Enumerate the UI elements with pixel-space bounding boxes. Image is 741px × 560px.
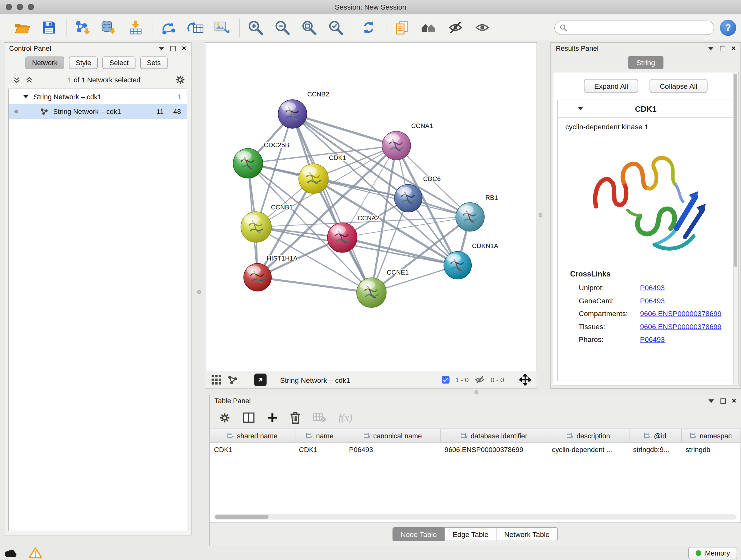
table-cell[interactable]: stringdb xyxy=(682,446,740,453)
results-scrollbar[interactable] xyxy=(733,73,738,385)
tab-edge-table[interactable]: Edge Table xyxy=(445,527,496,542)
float-panel-icon[interactable] xyxy=(708,399,714,402)
network-node-CDKN1A[interactable]: CDKN1A xyxy=(444,242,498,279)
network-collection-row[interactable]: String Network – cdk1 1 xyxy=(9,89,187,104)
crosslink-link[interactable]: P06493 xyxy=(640,284,665,292)
save-session-button[interactable] xyxy=(38,17,59,38)
network-node-CDK1[interactable]: CDK1 xyxy=(299,154,346,193)
tab-network-table[interactable]: Network Table xyxy=(496,527,557,542)
import-table-from-file-button[interactable] xyxy=(125,17,146,38)
network-options-gear-icon[interactable] xyxy=(175,75,185,85)
zoom-selected-button[interactable] xyxy=(325,17,346,38)
collection-expander-icon[interactable] xyxy=(23,95,29,98)
selected-checkbox[interactable] xyxy=(442,376,449,384)
left-splitter-handle[interactable] xyxy=(197,290,201,294)
import-network-from-database-button[interactable] xyxy=(98,17,119,38)
table-row[interactable]: CDK1CDK1P064939606.ENSP00000378699cyclin… xyxy=(210,443,741,456)
zoom-fit-button[interactable] xyxy=(298,17,320,38)
table-horizontal-scrollbar[interactable] xyxy=(214,514,737,520)
column-header--id[interactable]: @id xyxy=(629,429,682,442)
export-image-button[interactable] xyxy=(212,17,232,38)
collapse-all-icon[interactable] xyxy=(13,76,21,84)
crosslink-link[interactable]: P06493 xyxy=(640,335,665,344)
zoom-window-button[interactable] xyxy=(28,4,34,10)
network-node-CCNA1[interactable]: CCNA1 xyxy=(382,122,433,160)
show-columns-icon[interactable] xyxy=(243,413,255,423)
float-panel-icon[interactable] xyxy=(158,47,164,50)
column-header-namespac[interactable]: namespac xyxy=(682,429,740,442)
network-node-CCNB1[interactable]: CCNB1 xyxy=(241,204,293,243)
column-header-description[interactable]: description xyxy=(548,429,629,442)
float-panel-icon[interactable] xyxy=(708,47,714,50)
minimize-window-button[interactable] xyxy=(17,4,23,10)
clone-network-button[interactable] xyxy=(391,17,412,38)
collapse-all-button[interactable]: Collapse All xyxy=(650,79,708,93)
table-cell[interactable]: CDK1 xyxy=(295,446,345,453)
close-panel-icon[interactable]: × xyxy=(182,45,186,52)
tab-network[interactable]: Network xyxy=(25,57,64,69)
close-window-button[interactable] xyxy=(6,4,12,10)
expand-all-icon[interactable] xyxy=(25,76,33,84)
column-header-database-identifier[interactable]: database identifier xyxy=(441,429,548,442)
zoom-out-button[interactable] xyxy=(272,17,293,38)
table-cell[interactable]: cyclin-dependent ... xyxy=(548,446,629,453)
tab-string[interactable]: String xyxy=(628,56,664,69)
detach-view-button[interactable] xyxy=(254,374,267,386)
import-network-from-file-button[interactable] xyxy=(71,17,92,38)
maximize-panel-icon[interactable] xyxy=(720,398,726,403)
zoom-in-button[interactable] xyxy=(245,17,266,38)
crosslink-link[interactable]: 9606.ENSP00000378699 xyxy=(640,309,722,318)
tab-select[interactable]: Select xyxy=(103,57,135,69)
close-panel-icon[interactable]: × xyxy=(731,45,736,52)
table-cell[interactable]: CDK1 xyxy=(210,446,295,453)
birds-eye-view-icon[interactable] xyxy=(211,374,222,385)
show-all-button[interactable] xyxy=(472,17,493,38)
network-canvas[interactable]: CCNB2CCNA1CDC25BCDK1CDC6RB1CCNB1CCNA2CDK… xyxy=(205,43,537,371)
section-expander-icon[interactable] xyxy=(578,107,584,111)
table-cell[interactable]: P06493 xyxy=(345,446,441,453)
expand-all-button[interactable]: Expand All xyxy=(584,79,638,93)
warnings-button[interactable] xyxy=(29,547,42,559)
delete-column-icon[interactable] xyxy=(290,412,300,424)
column-header-name[interactable]: name xyxy=(295,429,345,442)
function-builder-button-disabled: f(x) xyxy=(339,412,353,424)
search-box[interactable] xyxy=(554,20,714,35)
new-network-button[interactable] xyxy=(158,17,179,38)
maximize-panel-icon[interactable] xyxy=(170,46,176,51)
network-from-table-button[interactable] xyxy=(185,17,206,38)
open-session-button[interactable] xyxy=(11,17,32,38)
right-splitter-handle[interactable] xyxy=(539,213,542,217)
column-header-shared-name[interactable]: shared name xyxy=(210,429,295,442)
column-header-canonical-name[interactable]: canonical name xyxy=(345,429,441,442)
help-button[interactable]: ? xyxy=(720,19,736,36)
table-cell[interactable]: stringdb:9... xyxy=(629,446,682,453)
close-panel-icon[interactable]: × xyxy=(732,397,736,405)
bottom-splitter-handle[interactable] xyxy=(475,390,478,394)
tab-sets[interactable]: Sets xyxy=(140,57,167,69)
network-node-HIST1H1A[interactable]: HIST1H1A xyxy=(244,255,298,291)
network-view: CCNB2CCNA1CDC25BCDK1CDC6RB1CCNB1CCNA2CDK… xyxy=(205,42,537,389)
cdk1-section-header[interactable]: CDK1 xyxy=(558,100,734,118)
cloud-status-button[interactable] xyxy=(4,548,18,558)
pan-move-icon[interactable] xyxy=(520,374,531,386)
network-overview-icon[interactable] xyxy=(227,375,238,385)
first-neighbors-button[interactable] xyxy=(418,17,439,38)
crosslink-link[interactable]: P06493 xyxy=(640,297,665,305)
network-row[interactable]: String Network – cdk1 11 48 xyxy=(9,104,187,119)
memory-button[interactable]: Memory xyxy=(688,547,737,559)
add-column-icon[interactable] xyxy=(267,413,278,423)
maximize-panel-icon[interactable] xyxy=(720,46,725,51)
network-graph[interactable]: CCNB2CCNA1CDC25BCDK1CDC6RB1CCNB1CCNA2CDK… xyxy=(205,43,537,371)
hidden-eye-slash-icon[interactable] xyxy=(474,375,485,384)
table-cell[interactable]: 9606.ENSP00000378699 xyxy=(441,446,548,453)
tab-node-table[interactable]: Node Table xyxy=(393,527,445,542)
hide-selected-button[interactable] xyxy=(445,17,466,38)
tab-style[interactable]: Style xyxy=(69,57,98,69)
refresh-button[interactable] xyxy=(358,17,379,38)
table-options-gear-icon[interactable] xyxy=(219,412,230,423)
toolbar-separator xyxy=(386,18,387,37)
crosslink-link[interactable]: 9606.ENSP00000378699 xyxy=(640,322,722,331)
network-node-CCNE1[interactable]: CCNE1 xyxy=(357,269,409,308)
search-input[interactable] xyxy=(570,23,709,31)
network-node-RB1[interactable]: RB1 xyxy=(456,194,498,232)
